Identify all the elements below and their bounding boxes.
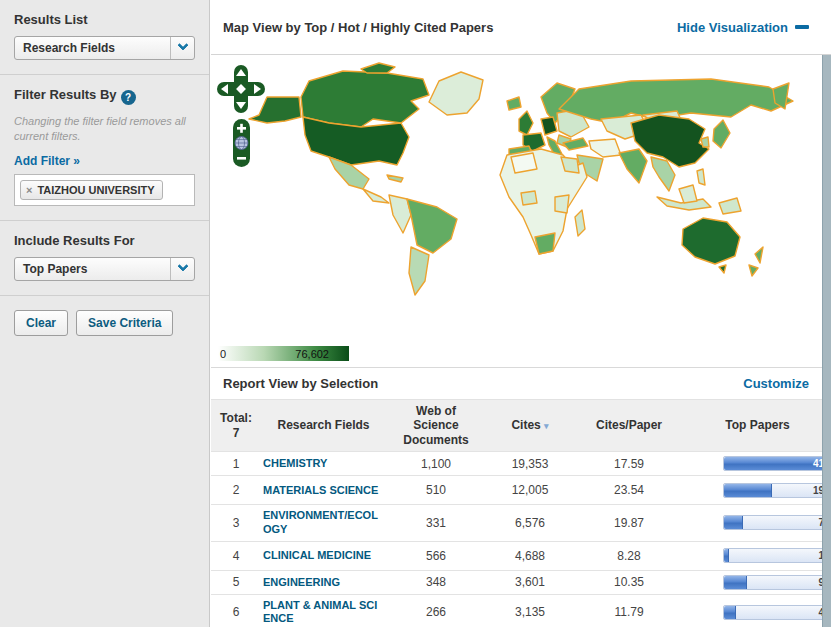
- table-row: 2MATERIALS SCIENCE51012,00523.5419: [211, 476, 831, 505]
- actions-panel: Clear Save Criteria: [0, 296, 209, 350]
- cites-per-paper-value: 11.79: [574, 594, 684, 627]
- row-rank: 1: [211, 452, 261, 476]
- table-row: 4CLINICAL MEDICINE5664,6888.281: [211, 541, 831, 570]
- country-canada: [301, 71, 429, 127]
- filter-panel: Filter Results By? Changing the filter f…: [0, 75, 209, 221]
- chevron-down-icon: [170, 258, 194, 280]
- include-results-selected: Top Papers: [15, 262, 170, 276]
- field-link[interactable]: CLINICAL MEDICINE: [263, 549, 371, 563]
- docs-value: 1,100: [386, 452, 486, 476]
- country-uk: [519, 111, 533, 135]
- filter-note: Changing the filter field removes all cu…: [14, 114, 195, 144]
- docs-value: 566: [386, 541, 486, 570]
- report-table-body: 1CHEMISTRY1,10019,35317.59412MATERIALS S…: [211, 452, 831, 627]
- docs-value: 331: [386, 505, 486, 542]
- country-greenland: [429, 72, 483, 115]
- include-results-label: Include Results For: [14, 233, 195, 248]
- help-icon[interactable]: ?: [121, 90, 136, 105]
- docs-header: Web of Science Documents: [386, 400, 486, 452]
- zoom-out-icon: [237, 157, 246, 160]
- field-link[interactable]: ENVIRONMENT/ECOLOGY: [263, 509, 384, 537]
- world-map[interactable]: 0 76,602: [211, 55, 831, 368]
- row-rank: 4: [211, 541, 261, 570]
- field-link[interactable]: MATERIALS SCIENCE: [263, 484, 378, 498]
- country-japan: [713, 120, 730, 148]
- results-list-selected: Research Fields: [15, 41, 170, 55]
- map-pan-control[interactable]: [217, 65, 265, 113]
- row-rank: 5: [211, 570, 261, 594]
- vertical-scrollbar[interactable]: [822, 55, 831, 627]
- include-results-select[interactable]: Top Papers: [14, 257, 195, 281]
- top-papers-bar: 4: [723, 605, 827, 620]
- row-rank: 6: [211, 594, 261, 627]
- save-criteria-button[interactable]: Save Criteria: [76, 310, 173, 336]
- results-list-label: Results List: [14, 12, 195, 27]
- report-table: Total: 7 Research Fields Web of Science …: [211, 400, 831, 627]
- total-header: Total: 7: [211, 400, 261, 452]
- row-rank: 3: [211, 505, 261, 542]
- field-link[interactable]: ENGINEERING: [263, 576, 340, 590]
- globe-icon: [235, 137, 248, 150]
- cites-per-paper-value: 23.54: [574, 476, 684, 505]
- results-list-panel: Results List Research Fields: [0, 0, 209, 75]
- map-zoom-control[interactable]: [233, 119, 250, 167]
- filter-tag-text: TAIZHOU UNIVERSITY: [37, 184, 154, 196]
- cites-sort-header[interactable]: Cites ▾: [486, 400, 574, 452]
- table-header-row: Total: 7 Research Fields Web of Science …: [211, 400, 831, 452]
- hide-visualization-link[interactable]: Hide Visualization: [677, 20, 809, 35]
- cites-value: 3,135: [486, 594, 574, 627]
- include-results-panel: Include Results For Top Papers: [0, 221, 209, 296]
- sort-descending-icon: ▾: [544, 421, 549, 431]
- results-list-select[interactable]: Research Fields: [14, 36, 195, 60]
- map-view-header: Map View by Top / Hot / Highly Cited Pap…: [211, 0, 831, 55]
- field-link[interactable]: CHEMISTRY: [263, 457, 327, 471]
- cites-value: 19,353: [486, 452, 574, 476]
- main-content: Map View by Top / Hot / Highly Cited Pap…: [211, 0, 831, 627]
- top-papers-bar: 9: [723, 575, 827, 590]
- filter-tag[interactable]: × TAIZHOU UNIVERSITY: [20, 180, 163, 200]
- docs-value: 510: [386, 476, 486, 505]
- map-legend: 0 76,602: [218, 346, 349, 361]
- top-papers-bar: 1: [723, 548, 827, 563]
- minus-icon: [795, 25, 809, 29]
- docs-value: 266: [386, 594, 486, 627]
- table-row: 6PLANT & ANIMAL SCIENCE2663,13511.794: [211, 594, 831, 627]
- top-papers-bar: 41: [723, 456, 827, 471]
- top-papers-bar: 7: [723, 515, 827, 530]
- top-papers-header: Top Papers: [684, 400, 831, 452]
- sidebar: Results List Research Fields Filter Resu…: [0, 0, 210, 627]
- customize-link[interactable]: Customize: [743, 376, 809, 391]
- row-rank: 2: [211, 476, 261, 505]
- choropleth-map-svg: [211, 57, 823, 347]
- cites-value: 3,601: [486, 570, 574, 594]
- country-india: [619, 149, 647, 183]
- map-view-title: Map View by Top / Hot / Highly Cited Pap…: [223, 20, 493, 35]
- remove-filter-icon[interactable]: ×: [26, 184, 32, 196]
- cites-per-paper-value: 19.87: [574, 505, 684, 542]
- add-filter-link[interactable]: Add Filter »: [14, 154, 80, 168]
- country-argentina: [409, 247, 429, 295]
- legend-max-value: 76,602: [295, 348, 329, 360]
- esi-app: Results List Research Fields Filter Resu…: [0, 0, 831, 627]
- country-australia: [682, 218, 740, 264]
- top-papers-bar: 19: [723, 483, 827, 498]
- report-view-title: Report View by Selection: [223, 376, 378, 391]
- cites-value: 6,576: [486, 505, 574, 542]
- table-row: 3ENVIRONMENT/ECOLOGY3316,57619.877: [211, 505, 831, 542]
- chevron-down-icon: [170, 37, 194, 59]
- filter-label: Filter Results By?: [14, 87, 195, 105]
- research-fields-header: Research Fields: [261, 400, 386, 452]
- table-row: 1CHEMISTRY1,10019,35317.5941: [211, 452, 831, 476]
- legend-min-value: 0: [220, 348, 226, 360]
- cites-value: 12,005: [486, 476, 574, 505]
- country-alaska: [249, 97, 301, 123]
- clear-button[interactable]: Clear: [14, 310, 68, 336]
- country-brazil: [407, 199, 457, 253]
- cites-per-paper-value: 17.59: [574, 452, 684, 476]
- filter-box: × TAIZHOU UNIVERSITY: [14, 174, 195, 206]
- field-link[interactable]: PLANT & ANIMAL SCIENCE: [263, 599, 384, 627]
- cites-per-paper-header: Cites/Paper: [574, 400, 684, 452]
- report-view-header: Report View by Selection Customize: [211, 368, 831, 400]
- cites-value: 4,688: [486, 541, 574, 570]
- cites-per-paper-value: 8.28: [574, 541, 684, 570]
